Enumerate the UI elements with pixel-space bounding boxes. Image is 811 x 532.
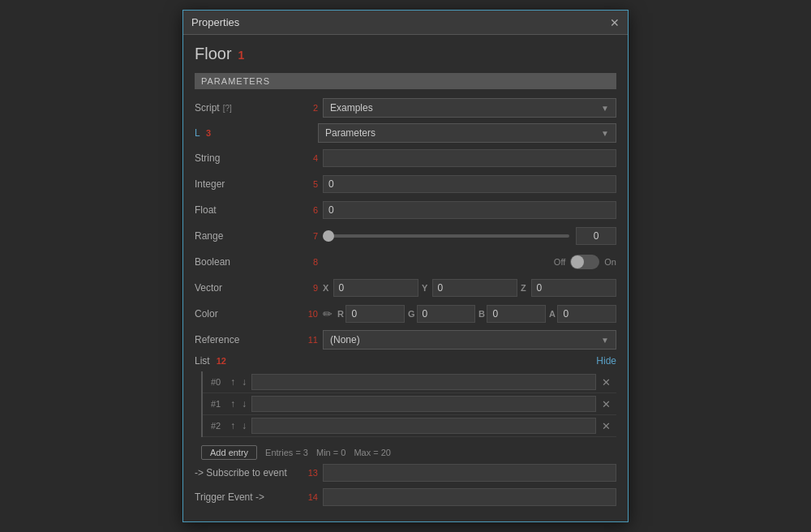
boolean-toggle[interactable] — [570, 255, 599, 269]
reference-row: Reference 11 (None) ▼ — [195, 329, 616, 350]
color-a-input[interactable] — [557, 305, 616, 323]
list-item-1-remove-btn[interactable]: ✕ — [599, 399, 613, 410]
vector-z-label: Z — [521, 283, 530, 293]
vector-y-input[interactable] — [432, 279, 517, 297]
list-item-2-idx: #2 — [206, 421, 225, 431]
list-item-1-down-btn[interactable]: ↓ — [240, 399, 248, 409]
add-entry-button[interactable]: Add entry — [201, 445, 257, 460]
color-g-label: G — [408, 309, 415, 319]
range-label: Range — [195, 230, 300, 242]
toggle-knob — [571, 255, 584, 268]
script-help: [?] — [223, 104, 232, 113]
integer-num: 5 — [300, 179, 318, 189]
list-item-2-up-btn[interactable]: ↑ — [229, 421, 237, 431]
color-r-input[interactable] — [345, 305, 405, 323]
dialog-body: Floor 1 PARAMETERS Script [?] 2 Examples… — [183, 35, 628, 521]
range-num: 7 — [300, 231, 318, 241]
trigger-row: Trigger Event -> 14 — [195, 487, 616, 507]
subscribe-input[interactable] — [323, 464, 616, 482]
trigger-label: Trigger Event -> — [195, 491, 300, 503]
list-item-0-down-btn[interactable]: ↓ — [240, 377, 248, 387]
params-dropdown[interactable]: Parameters ▼ — [318, 123, 616, 143]
list-item-2-input[interactable] — [251, 418, 596, 434]
float-control — [323, 201, 616, 219]
list-item-0-remove-btn[interactable]: ✕ — [599, 377, 613, 388]
list-item: #2 ↑ ↓ ✕ — [203, 415, 616, 437]
vector-control: X Y Z — [323, 279, 616, 297]
list-item-2-remove-btn[interactable]: ✕ — [599, 421, 613, 431]
params-spacer: L 3 — [195, 127, 318, 139]
trigger-input[interactable] — [323, 488, 616, 506]
floor-header: Floor 1 — [195, 45, 616, 63]
vector-label: Vector — [195, 282, 300, 294]
parameters-section-header: PARAMETERS — [195, 73, 616, 89]
string-input[interactable] — [323, 149, 616, 167]
color-b-input[interactable] — [487, 305, 546, 323]
list-item-0-input[interactable] — [251, 374, 596, 390]
vector-x-group: X — [323, 279, 418, 297]
vector-z-input[interactable] — [531, 279, 616, 297]
script-dropdown[interactable]: Examples ▼ — [323, 98, 616, 118]
entries-info: Entries = 3 — [265, 448, 308, 457]
boolean-off-label: Off — [554, 257, 565, 267]
float-input[interactable] — [323, 201, 616, 219]
color-picker-icon[interactable]: ✏ — [323, 307, 333, 320]
string-num: 4 — [300, 153, 318, 163]
list-footer: Add entry Entries = 3 Min = 0 Max = 20 — [195, 442, 616, 463]
subscribe-num: 13 — [300, 468, 318, 478]
boolean-label: Boolean — [195, 256, 300, 268]
params-prefix: L — [195, 127, 200, 139]
params-row: L 3 Parameters ▼ — [195, 123, 616, 143]
color-control: ✏ R G B A — [323, 305, 616, 323]
integer-row: Integer 5 — [195, 174, 616, 195]
hide-link[interactable]: Hide — [596, 355, 616, 367]
list-item-1-up-btn[interactable]: ↑ — [229, 399, 237, 409]
params-dropdown-arrow: ▼ — [601, 129, 609, 138]
color-label: Color — [195, 308, 300, 320]
color-g-input[interactable] — [417, 305, 475, 323]
reference-dropdown[interactable]: (None) ▼ — [323, 330, 616, 350]
color-r-label: R — [337, 309, 344, 319]
trigger-num: 14 — [300, 492, 318, 502]
vector-y-label: Y — [422, 283, 431, 293]
color-r-group: R — [337, 305, 405, 323]
close-button[interactable]: ✕ — [610, 17, 620, 28]
script-control: Examples ▼ — [323, 98, 616, 118]
list-title-area: List 12 — [195, 355, 226, 367]
dialog-title: Properties — [191, 16, 239, 28]
integer-label: Integer — [195, 178, 300, 190]
boolean-num: 8 — [300, 257, 318, 267]
script-dropdown-arrow: ▼ — [601, 104, 609, 113]
range-slider[interactable] — [323, 234, 569, 238]
vector-row: Vector 9 X Y Z — [195, 277, 616, 298]
params-num: 3 — [206, 128, 211, 138]
vector-z-group: Z — [521, 279, 616, 297]
boolean-control: Off On — [323, 255, 616, 269]
script-num: 2 — [300, 103, 318, 113]
boolean-row: Boolean 8 Off On — [195, 251, 616, 272]
string-control — [323, 149, 616, 167]
list-item-2-down-btn[interactable]: ↓ — [240, 421, 248, 431]
float-row: Float 6 — [195, 200, 616, 221]
range-value-input[interactable] — [576, 227, 616, 245]
list-num: 12 — [217, 356, 226, 366]
vector-x-input[interactable] — [333, 279, 418, 297]
list-label: List — [195, 355, 210, 367]
min-info: Min = 0 — [316, 448, 345, 457]
list-item-0-up-btn[interactable]: ↑ — [229, 377, 237, 387]
list-container: #0 ↑ ↓ ✕ #1 ↑ ↓ ✕ #2 ↑ ↓ ✕ — [201, 371, 616, 437]
script-row: Script [?] 2 Examples ▼ — [195, 97, 616, 118]
vector-x-label: X — [323, 283, 332, 293]
subscribe-label: -> Subscribe to event — [195, 467, 300, 478]
color-g-group: G — [408, 305, 475, 323]
color-b-label: B — [478, 309, 485, 319]
list-header: List 12 Hide — [195, 355, 616, 367]
floor-number: 1 — [238, 49, 245, 62]
list-item-1-input[interactable] — [251, 396, 596, 412]
list-item-0-idx: #0 — [206, 377, 225, 387]
integer-control — [323, 175, 616, 193]
integer-input[interactable] — [323, 175, 616, 193]
properties-dialog: Properties ✕ Floor 1 PARAMETERS Script [… — [182, 10, 629, 522]
reference-num: 11 — [300, 335, 318, 345]
reference-control: (None) ▼ — [323, 330, 616, 350]
